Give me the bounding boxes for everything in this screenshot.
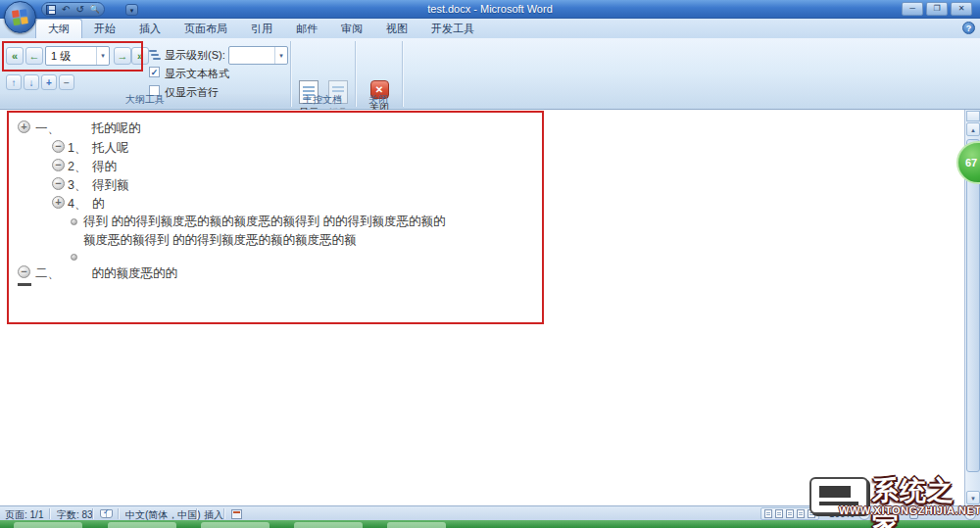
tab-view[interactable]: 视图 [374,19,419,38]
watermark-title: 系统之家 [872,473,980,528]
title-bar: test.docx - Microsoft Word [0,0,980,19]
watermark-site: WWW.XITONGZHIJIA.NET [839,504,980,516]
tab-page-layout[interactable]: 页面布局 [172,19,239,38]
tab-references[interactable]: 引用 [239,19,284,38]
minimize-button[interactable]: ─ [902,2,923,16]
office-button[interactable] [4,1,36,33]
watermark: 系统之家 WWW.XITONGZHIJIA.NET [809,473,980,522]
ribbon: « ← 1 级 ▾ → » ↑ ↓ + − 显示级别(S): ▾ ✓ 显示文本格… [0,38,980,110]
show-level-label: 显示级别(S): [165,48,225,63]
spellcheck-icon[interactable] [100,509,113,518]
print-layout-view-button[interactable] [763,508,773,519]
quick-access-toolbar: ↶ ↺ 🔍 [41,2,105,17]
qat-customize-dropdown[interactable]: ▾ [125,4,138,16]
office-logo-icon [12,9,29,26]
tab-home[interactable]: 开始 [82,19,127,38]
undo-icon[interactable]: ↶ [62,3,70,16]
tab-mailings[interactable]: 邮件 [284,19,329,38]
tab-outline[interactable]: 大纲 [35,19,82,38]
show-format-label: 显示文本格式 [165,67,229,81]
close-button[interactable]: ✕ [951,2,972,16]
help-icon[interactable]: ? [962,22,975,34]
chevron-down-icon[interactable]: ▾ [274,47,287,64]
scrollbar-thumb[interactable] [966,139,980,472]
window-controls: ─ ❐ ✕ [902,2,972,16]
maximize-button[interactable]: ❐ [926,2,948,16]
highlight-box-outline-content [7,111,544,324]
tab-insert[interactable]: 插入 [127,19,172,38]
outline-view-button[interactable] [796,508,806,519]
badge-value: 67 [965,157,977,168]
macro-record-icon[interactable] [231,509,242,519]
move-down-button[interactable]: ↓ [24,74,39,90]
expand-button[interactable]: + [41,74,57,90]
scroll-up-arrow[interactable]: ▲ [966,122,980,136]
tab-developer[interactable]: 开发工具 [419,19,486,38]
group-label-master-doc: 主控文档 [290,93,355,107]
collapse-button[interactable]: − [59,74,74,90]
group-separator [402,41,403,107]
show-format-checkbox[interactable]: ✓ [149,67,160,77]
fullscreen-view-button[interactable] [774,508,784,519]
window-title: test.docx - Microsoft Word [0,3,980,15]
group-label-outline-tools: 大纲工具 [0,93,290,107]
ribbon-tab-row: 大纲 开始 插入 页面布局 引用 邮件 审阅 视图 开发工具 ? [0,19,980,38]
print-preview-icon[interactable]: 🔍 [90,3,100,16]
highlight-box-level-controls [2,41,143,72]
group-label-close: 关闭 [355,93,402,107]
tab-review[interactable]: 审阅 [329,19,374,38]
save-icon[interactable] [46,5,56,15]
scrollbar-split-handle[interactable] [966,111,980,121]
redo-icon[interactable]: ↺ [75,3,83,16]
web-layout-view-button[interactable] [785,508,795,519]
move-up-button[interactable]: ↑ [6,74,22,90]
show-level-icon [149,49,161,61]
show-level-dropdown[interactable]: ▾ [228,46,288,65]
